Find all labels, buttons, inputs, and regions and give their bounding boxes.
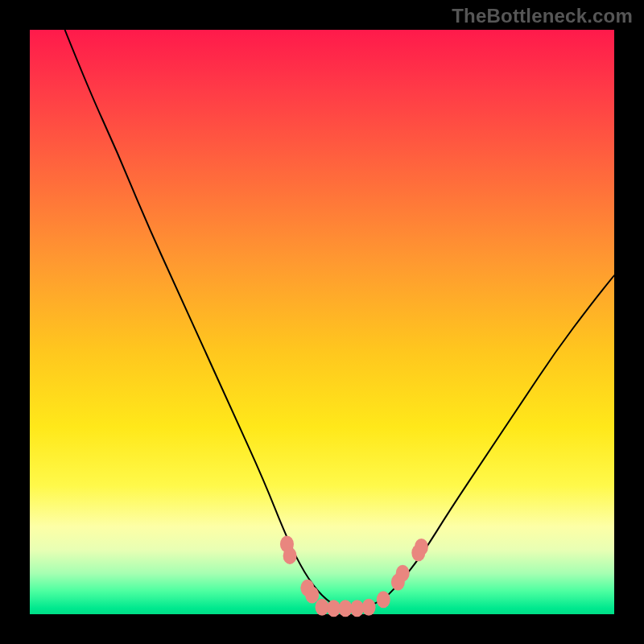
marker-dot bbox=[305, 587, 319, 604]
watermark-text: TheBottleneck.com bbox=[452, 5, 633, 27]
marker-dot bbox=[377, 591, 390, 608]
marker-dot bbox=[283, 547, 297, 564]
marker-group bbox=[280, 535, 428, 617]
chart-frame: TheBottleneck.com bbox=[0, 0, 644, 644]
marker-dot bbox=[415, 539, 428, 555]
marker-dot bbox=[396, 565, 410, 582]
marker-dot bbox=[316, 599, 329, 616]
marker-dot bbox=[350, 600, 364, 617]
marker-dot bbox=[327, 600, 341, 617]
plot-area bbox=[30, 30, 614, 614]
curve-path bbox=[65, 30, 614, 609]
bottleneck-curve bbox=[30, 30, 614, 614]
marker-dot bbox=[362, 599, 376, 616]
marker-dot bbox=[339, 600, 353, 617]
